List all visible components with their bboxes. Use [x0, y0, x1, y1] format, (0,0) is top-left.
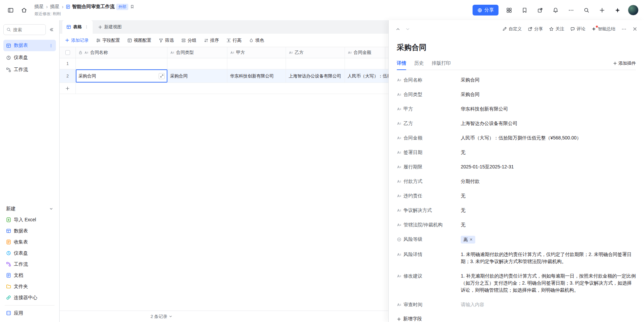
follow-button[interactable]: 关注 [549, 26, 564, 32]
share-record-button[interactable]: 分享 [528, 26, 543, 32]
sidebar-item-workflow[interactable]: 工作流 [3, 64, 56, 75]
search-box[interactable] [3, 24, 46, 35]
comment-button[interactable]: 评论 [570, 26, 585, 32]
sidebar-toggle-icon[interactable] [5, 5, 15, 15]
table-cell[interactable] [345, 58, 385, 69]
ai-sparkle-icon[interactable] [612, 5, 622, 15]
risk-level-tag[interactable]: 高 ✕ [461, 236, 475, 244]
record-count[interactable]: 2 条记录 [151, 314, 172, 320]
more-icon[interactable] [621, 27, 626, 32]
row-number-cell[interactable]: 2 [60, 69, 76, 83]
add-record-row[interactable] [60, 83, 388, 94]
sidebar-item-apps[interactable]: 应用 [3, 308, 56, 319]
sidebar-item-datatable-new[interactable]: 数据表 [3, 225, 56, 236]
field-value[interactable]: 采购合同 [461, 76, 636, 84]
table-cell[interactable]: 华东科技创新有限公司 [227, 69, 286, 83]
home-icon[interactable] [19, 5, 29, 15]
more-icon[interactable] [49, 43, 53, 48]
table-cell[interactable]: 人民币（大写）：伍拾陆万捌仟伍佰元整（¥568,500.00） [345, 69, 388, 83]
selected-cell[interactable]: 采购合同 [76, 69, 167, 83]
table-cell[interactable] [286, 58, 345, 69]
field-value[interactable]: 无 [461, 192, 636, 199]
select-all-cell[interactable] [60, 47, 76, 58]
column-header[interactable]: 甲方 [227, 47, 286, 58]
new-view-button[interactable]: 新建视图 [93, 20, 127, 34]
select-all-checkbox[interactable] [65, 50, 70, 55]
field-value[interactable]: 无 [461, 207, 636, 214]
sidebar-item-import-excel[interactable]: 导入 Excel [3, 214, 56, 225]
sidebar-item-folder[interactable]: 文件夹 [3, 281, 56, 292]
customize-button[interactable]: 自定义 [502, 26, 522, 32]
field-value[interactable]: 采购合同 [461, 91, 636, 98]
add-field-button[interactable]: 新增字段 [397, 312, 636, 322]
field-value[interactable]: 华东科技创新有限公司 [461, 105, 636, 112]
open-in-app-icon[interactable] [535, 5, 545, 15]
add-record-icon[interactable] [60, 83, 76, 94]
field-value[interactable]: 上海智达办公设备有限公司 [461, 120, 636, 127]
avatar[interactable] [628, 5, 639, 15]
field-value-empty[interactable]: 请输入内容 [461, 301, 636, 308]
field-value[interactable]: 1. 未明确逾期付款的违约责任计算方式，仅约定了付款期限；2. 未明确合同签署日… [461, 251, 636, 265]
add-record-button[interactable]: 添加记录 [65, 37, 89, 43]
sidebar-item-workflow-new[interactable]: 工作流 [3, 259, 56, 270]
widgets-icon[interactable] [504, 5, 514, 15]
table-cell[interactable]: 上海智达办公设备有限公司 [286, 69, 345, 83]
field-row: 风险详情 1. 未明确逾期付款的违约责任计算方式，仅约定了付款期限；2. 未明确… [397, 247, 636, 269]
table-cell[interactable]: 采购合同 [167, 69, 227, 83]
text-field-icon [170, 51, 174, 55]
tab-history[interactable]: 历史 [414, 57, 424, 70]
close-icon[interactable] [633, 27, 637, 31]
view-config-button[interactable]: 视图配置 [127, 37, 151, 43]
column-header[interactable]: 合同类型 [167, 47, 227, 58]
sidebar: 数据表 仪表盘 工作流 新建 [0, 20, 60, 322]
breadcrumb-item[interactable]: 摘星 [34, 4, 44, 10]
share-button[interactable]: 分享 [473, 5, 498, 15]
column-header[interactable]: 合同金额 [345, 47, 385, 58]
table-cell[interactable] [167, 58, 227, 69]
row-height-button[interactable]: 行高 [226, 37, 242, 43]
filter-button[interactable]: 筛选 [159, 37, 174, 43]
field-config-button[interactable]: 字段配置 [96, 37, 120, 43]
sort-button[interactable]: 排序 [204, 37, 219, 43]
search-icon[interactable] [581, 5, 591, 15]
more-icon[interactable] [85, 25, 89, 29]
fill-color-button[interactable]: 填色 [249, 37, 264, 43]
create-section-header[interactable]: 新建 [3, 203, 56, 214]
tab-print-layout[interactable]: 排版打印 [432, 57, 451, 70]
tab-grid-view[interactable]: 表格 [62, 20, 93, 34]
column-header[interactable]: 合同名称 [76, 47, 167, 58]
collapse-sidebar-icon[interactable] [47, 25, 56, 34]
more-icon[interactable] [566, 5, 576, 15]
field-value[interactable]: 人民币（大写）：伍拾陆万捌仟伍佰元整（¥568,500.00） [461, 134, 636, 141]
add-plugin-button[interactable]: 添加插件 [613, 60, 636, 66]
group-button[interactable]: 分组 [181, 37, 196, 43]
field-value[interactable]: 分期付款 [461, 178, 636, 185]
sidebar-item-form[interactable]: 收集表 [3, 236, 56, 248]
remove-tag-icon[interactable]: ✕ [470, 236, 473, 243]
notification-bell-icon[interactable] [550, 5, 560, 15]
sidebar-item-dashboard[interactable]: 仪表盘 [3, 52, 56, 63]
bookmark-icon[interactable] [519, 5, 529, 15]
sidebar-item-datatable[interactable]: 数据表 [3, 40, 56, 51]
column-header[interactable]: 乙方 [286, 47, 345, 58]
field-value[interactable]: 高 ✕ [461, 236, 636, 244]
sidebar-item-connector-center[interactable]: 连接器中心 [3, 292, 56, 303]
next-record-icon[interactable] [405, 27, 410, 32]
field-value[interactable]: 无 [461, 149, 636, 156]
breadcrumb-item[interactable]: 摘星 [50, 4, 60, 10]
tab-details[interactable]: 详情 [397, 57, 406, 70]
pin-icon[interactable] [130, 5, 134, 9]
prev-record-icon[interactable] [395, 27, 400, 32]
ai-summary-button[interactable]: 智能总结 [591, 26, 615, 32]
add-icon[interactable] [597, 5, 607, 15]
search-input[interactable] [13, 27, 43, 32]
field-value[interactable]: 无 [461, 221, 636, 228]
row-number-cell[interactable]: 1 [60, 58, 76, 69]
sidebar-item-document[interactable]: 文档 [3, 270, 56, 281]
field-value[interactable]: 2025-01-15至2025-12-31 [461, 163, 636, 170]
field-value[interactable]: 1. 补充逾期付款的违约责任计算方式，例如每逾期一日，按照未付款金额的一定比例（… [461, 272, 636, 294]
table-cell[interactable] [227, 58, 286, 69]
expand-record-icon[interactable] [159, 73, 165, 79]
table-cell[interactable] [76, 58, 167, 69]
sidebar-item-dashboard-new[interactable]: 仪表盘 [3, 248, 56, 259]
